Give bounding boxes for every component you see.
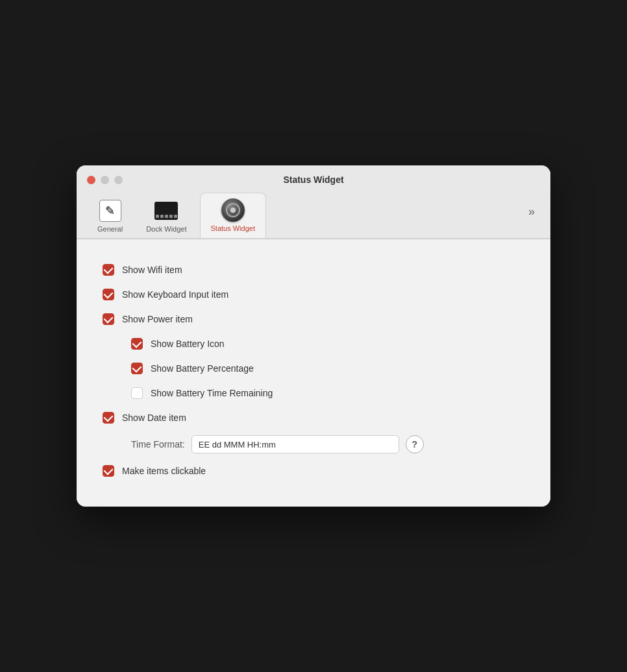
show-keyboard-checkbox[interactable]	[103, 289, 114, 300]
show-battery-pct-row: Show Battery Percentage	[103, 356, 524, 381]
status-icon	[221, 198, 245, 222]
show-wifi-label: Show Wifi item	[122, 265, 182, 275]
show-power-checkbox[interactable]	[103, 313, 114, 325]
show-date-label: Show Date item	[122, 413, 186, 423]
show-battery-icon-row: Show Battery Icon	[103, 331, 524, 356]
show-battery-icon-label: Show Battery Icon	[151, 339, 225, 349]
tab-general-label: General	[97, 225, 123, 233]
dock-icon	[154, 202, 178, 220]
show-keyboard-label: Show Keyboard Input item	[122, 289, 228, 300]
more-tabs-button[interactable]: »	[528, 205, 535, 219]
show-wifi-row: Show Wifi item	[103, 258, 524, 282]
show-battery-time-row: Show Battery Time Remaining	[103, 381, 524, 405]
window-title: Status Widget	[283, 174, 343, 185]
tab-dock-widget[interactable]: Dock Widget	[136, 194, 197, 238]
show-battery-time-label: Show Battery Time Remaining	[151, 388, 273, 398]
general-icon: ✎	[99, 200, 121, 222]
show-battery-pct-label: Show Battery Percentage	[151, 363, 254, 374]
minimize-button[interactable]	[101, 176, 109, 184]
show-wifi-checkbox[interactable]	[103, 264, 114, 276]
time-format-label: Time Format:	[131, 439, 185, 450]
show-battery-pct-checkbox[interactable]	[131, 363, 143, 374]
time-format-row: Time Format: ?	[103, 430, 524, 459]
traffic-lights	[87, 176, 123, 184]
titlebar-top: Status Widget	[87, 174, 540, 185]
titlebar: Status Widget ✎ General	[77, 165, 550, 239]
tabs: ✎ General Dock Widget	[87, 193, 266, 238]
time-format-input[interactable]	[191, 435, 399, 453]
content-area: Show Wifi item Show Keyboard Input item …	[77, 239, 550, 507]
main-window: Status Widget ✎ General	[77, 165, 550, 507]
maximize-button[interactable]	[114, 176, 123, 184]
show-battery-icon-checkbox[interactable]	[131, 338, 143, 350]
show-power-label: Show Power item	[122, 314, 193, 324]
dock-tab-icon	[154, 199, 178, 222]
make-clickable-checkbox[interactable]	[103, 465, 114, 477]
show-power-row: Show Power item	[103, 307, 524, 331]
show-date-checkbox[interactable]	[103, 412, 114, 424]
show-battery-time-checkbox[interactable]	[131, 387, 143, 399]
tab-dock-label: Dock Widget	[146, 225, 186, 233]
tab-general[interactable]: ✎ General	[87, 194, 133, 238]
help-button[interactable]: ?	[406, 435, 424, 453]
tab-status-widget[interactable]: Status Widget	[200, 193, 266, 238]
show-date-row: Show Date item	[103, 405, 524, 430]
tab-status-label: Status Widget	[211, 224, 255, 232]
general-tab-icon: ✎	[99, 199, 122, 222]
make-clickable-label: Make items clickable	[122, 466, 206, 476]
status-tab-icon	[221, 198, 245, 222]
close-button[interactable]	[87, 176, 95, 184]
show-keyboard-row: Show Keyboard Input item	[103, 282, 524, 307]
make-clickable-row: Make items clickable	[103, 459, 524, 483]
